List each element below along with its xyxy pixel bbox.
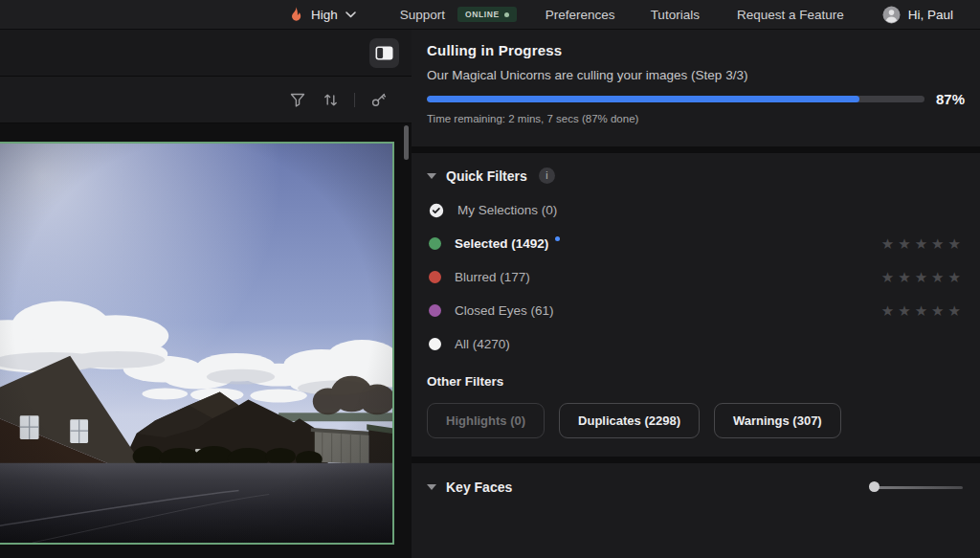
quick-filter-label: My Selections (0) bbox=[457, 203, 557, 217]
key-icon bbox=[371, 93, 387, 107]
nav-preferences[interactable]: Preferences bbox=[546, 8, 615, 22]
star-rating[interactable]: ★★★★★ bbox=[881, 269, 965, 286]
active-indicator-dot bbox=[555, 236, 560, 241]
quick-filters-title: Quick Filters bbox=[446, 168, 527, 184]
online-badge-label: ONLINE bbox=[465, 10, 500, 19]
app-root: High Support ONLINE Preferences Tutorial… bbox=[0, 0, 980, 558]
check-circle-icon bbox=[429, 203, 444, 218]
topbar: High Support ONLINE Preferences Tutorial… bbox=[0, 0, 980, 30]
support-link[interactable]: Support bbox=[400, 8, 445, 22]
left-panel-toolbar bbox=[0, 77, 412, 123]
cull-mode-dropdown[interactable]: High bbox=[289, 7, 356, 22]
quick-filter-label: All (4270) bbox=[455, 337, 510, 351]
quick-filter-list: My Selections (0)Selected (1492)★★★★★Blu… bbox=[427, 193, 965, 361]
left-panel bbox=[0, 30, 412, 558]
star-rating[interactable]: ★★★★★ bbox=[881, 302, 965, 320]
photo-thumbnail-selected[interactable] bbox=[0, 142, 394, 545]
time-remaining: Time remaining: 2 mins, 7 secs (87% done… bbox=[427, 113, 965, 124]
user-menu[interactable]: Hi, Paul bbox=[882, 6, 953, 24]
blurred-dot-icon bbox=[429, 271, 441, 283]
sidebar-layout-icon bbox=[375, 46, 393, 60]
user-greeting: Hi, Paul bbox=[908, 8, 953, 22]
nav-tutorials[interactable]: Tutorials bbox=[651, 8, 700, 22]
quick-filter-label: Blurred (177) bbox=[455, 270, 530, 284]
quick-filters-panel: Quick Filters i My Selections (0)Selecte… bbox=[412, 153, 980, 457]
slider-knob[interactable] bbox=[869, 481, 880, 492]
key-faces-panel: Key Faces bbox=[412, 463, 980, 558]
main-area: Culling in Progress Our Magical Unicorns… bbox=[0, 30, 980, 558]
selected-dot-icon bbox=[429, 237, 441, 250]
key-faces-slider[interactable] bbox=[871, 486, 963, 489]
funnel-icon bbox=[290, 93, 305, 107]
progress-title: Culling in Progress bbox=[427, 42, 965, 58]
quick-filter-label: Closed Eyes (61) bbox=[455, 303, 554, 318]
closed-eyes-dot-icon bbox=[429, 304, 441, 317]
online-badge: ONLINE bbox=[457, 7, 517, 22]
scrollbar-thumb[interactable] bbox=[404, 125, 409, 160]
other-filters-title: Other Filters bbox=[427, 374, 965, 389]
support-group: Support ONLINE bbox=[400, 7, 517, 22]
progress-bar-fill bbox=[427, 96, 859, 102]
quick-filter-label: Selected (1492) bbox=[455, 236, 548, 251]
left-panel-header bbox=[0, 30, 412, 77]
quick-filter-selected[interactable]: Selected (1492)★★★★★ bbox=[427, 227, 965, 260]
progress-bar bbox=[427, 96, 924, 102]
cull-mode-label: High bbox=[311, 8, 338, 22]
photo-grid bbox=[0, 123, 412, 558]
toolbar-divider bbox=[354, 93, 355, 107]
farm-photo bbox=[0, 144, 392, 543]
quick-filters-header[interactable]: Quick Filters i bbox=[427, 167, 965, 184]
progress-percent: 87% bbox=[936, 91, 965, 107]
filter-button-duplicates[interactable]: Duplicates (2298) bbox=[559, 403, 700, 438]
info-icon[interactable]: i bbox=[539, 167, 555, 184]
section-chevron-icon bbox=[427, 484, 436, 490]
nav-request-feature[interactable]: Request a Feature bbox=[737, 8, 844, 22]
filter-button-warnings[interactable]: Warnings (307) bbox=[714, 403, 841, 438]
key-faces-title: Key Faces bbox=[446, 480, 512, 495]
quick-filter-blurred[interactable]: Blurred (177)★★★★★ bbox=[427, 260, 965, 294]
other-filters-row: Highlights (0)Duplicates (2298)Warnings … bbox=[427, 403, 965, 438]
chevron-down-icon bbox=[345, 11, 356, 18]
filter-button[interactable] bbox=[288, 91, 307, 109]
section-chevron-icon bbox=[427, 173, 436, 179]
sort-button[interactable] bbox=[322, 91, 340, 109]
flame-icon bbox=[289, 7, 303, 22]
all-dot-icon bbox=[429, 338, 441, 350]
online-dot-icon bbox=[504, 12, 509, 17]
quick-filter-my-selections[interactable]: My Selections (0) bbox=[427, 193, 965, 227]
progress-row: 87% bbox=[427, 91, 965, 107]
progress-subtitle: Our Magical Unicorns are culling your im… bbox=[427, 68, 965, 82]
quick-filter-all[interactable]: All (4270) bbox=[427, 327, 965, 361]
culling-progress-panel: Culling in Progress Our Magical Unicorns… bbox=[412, 30, 980, 146]
toggle-sidebar-button[interactable] bbox=[369, 38, 399, 68]
avatar-icon bbox=[882, 6, 901, 24]
sort-arrows-icon bbox=[323, 93, 338, 107]
key-images-button[interactable] bbox=[369, 91, 389, 109]
right-panel: Culling in Progress Our Magical Unicorns… bbox=[412, 30, 980, 558]
quick-filter-closed-eyes[interactable]: Closed Eyes (61)★★★★★ bbox=[427, 294, 965, 327]
key-faces-header[interactable]: Key Faces bbox=[427, 480, 965, 495]
star-rating[interactable]: ★★★★★ bbox=[881, 235, 965, 253]
filter-button-highlights[interactable]: Highlights (0) bbox=[427, 403, 545, 438]
